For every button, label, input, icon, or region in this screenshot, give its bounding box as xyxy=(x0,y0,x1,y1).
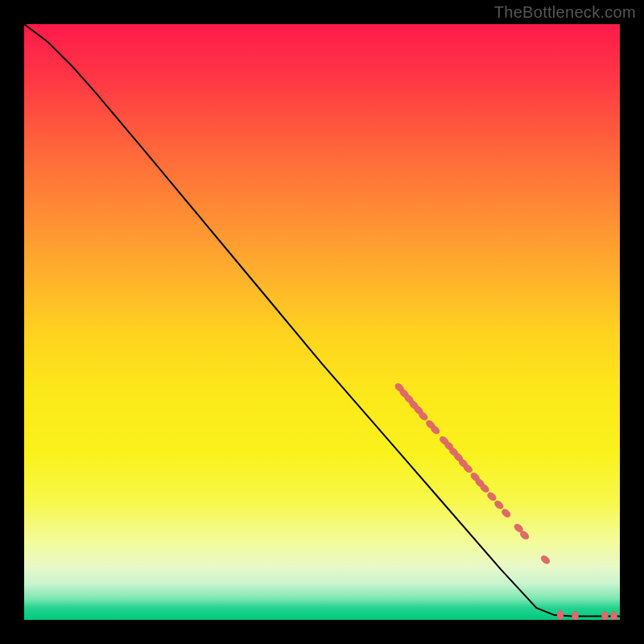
data-marker xyxy=(486,491,497,502)
chart-svg xyxy=(24,24,620,620)
data-marker xyxy=(539,554,551,565)
bottleneck-curve xyxy=(24,24,620,617)
data-marker xyxy=(493,499,505,510)
data-marker xyxy=(501,508,512,519)
data-marker xyxy=(602,612,609,620)
data-markers xyxy=(394,382,617,620)
data-marker xyxy=(572,612,579,620)
data-marker xyxy=(611,612,617,620)
data-marker xyxy=(557,610,564,620)
watermark-text: TheBottleneck.com xyxy=(494,3,636,22)
